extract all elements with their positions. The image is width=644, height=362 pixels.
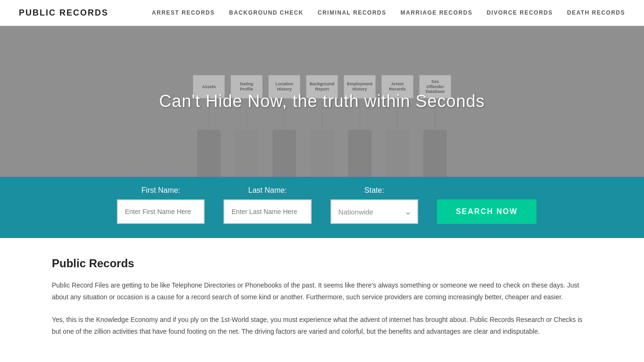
state-wrapper: NationwideAlabamaAlaskaArizonaArkansasCa… xyxy=(330,199,418,224)
hero-headline: Can't Hide Now, the truth within Seconds xyxy=(159,91,485,111)
content-section: Public Records Public Record Files are g… xyxy=(0,238,644,362)
first-name-input[interactable] xyxy=(117,199,205,224)
content-para-2: Yes, this is the Knowledge Economy and i… xyxy=(52,314,592,337)
nav-link-background-check[interactable]: BACKGROUND CHECK xyxy=(229,9,304,16)
search-section: First Name: Last Name: State: Nationwide… xyxy=(0,177,644,238)
site-logo: PUBLIC RECORDS xyxy=(19,8,108,18)
last-name-label: Last Name: xyxy=(248,186,287,195)
first-name-label: First Name: xyxy=(141,186,181,195)
content-para-1: Public Record Files are getting to be li… xyxy=(52,280,592,303)
content-title: Public Records xyxy=(52,257,592,270)
search-button-wrapper: SEARCH NOW xyxy=(428,199,537,224)
state-field: State: NationwideAlabamaAlaskaArizonaArk… xyxy=(321,186,428,224)
nav-link-divorce-records[interactable]: DIVORCE RECORDS xyxy=(487,9,553,16)
last-name-input[interactable] xyxy=(223,199,311,224)
search-inner: First Name: Last Name: State: Nationwide… xyxy=(107,186,537,224)
nav-link-arrest-records[interactable]: ARREST RECORDS xyxy=(152,9,215,16)
main-nav: ARREST RECORDSBACKGROUND CHECKCRIMINAL R… xyxy=(152,9,625,16)
state-select[interactable]: NationwideAlabamaAlaskaArizonaArkansasCa… xyxy=(330,199,418,224)
last-name-field: Last Name: xyxy=(214,186,321,224)
state-label: State: xyxy=(364,186,384,195)
hero-section: AssetsDating ProfileLocation HistoryBack… xyxy=(0,26,644,177)
first-name-field: First Name: xyxy=(107,186,214,224)
header: PUBLIC RECORDS ARREST RECORDSBACKGROUND … xyxy=(0,0,644,26)
nav-link-criminal-records[interactable]: CRIMINAL RECORDS xyxy=(318,9,387,16)
nav-link-death-records[interactable]: DEATH RECORDS xyxy=(567,9,625,16)
search-now-button[interactable]: SEARCH NOW xyxy=(437,199,537,224)
nav-link-marriage-records[interactable]: MARRIAGE RECORDS xyxy=(401,9,473,16)
